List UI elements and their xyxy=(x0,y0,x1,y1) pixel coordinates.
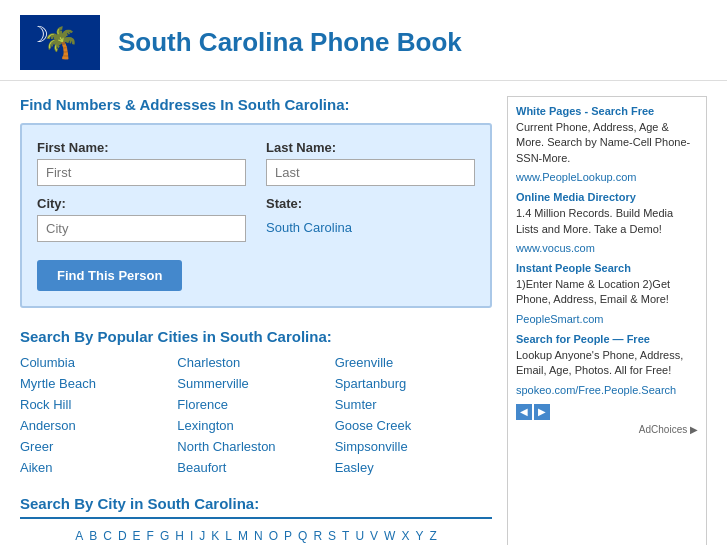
alpha-link-c[interactable]: C xyxy=(103,529,112,543)
cities-section: Search By Popular Cities in South Caroli… xyxy=(20,328,492,475)
ad-link[interactable]: www.PeopleLookup.com xyxy=(516,171,636,183)
alpha-link-h[interactable]: H xyxy=(175,529,184,543)
alpha-link-q[interactable]: Q xyxy=(298,529,307,543)
location-row: City: State: South Carolina xyxy=(37,196,475,242)
ad-text: Current Phone, Address, Age & More. Sear… xyxy=(516,120,698,166)
city-link[interactable]: Aiken xyxy=(20,460,177,475)
city-label: City: xyxy=(37,196,246,211)
state-value: South Carolina xyxy=(266,215,475,235)
city-link[interactable]: Greenville xyxy=(335,355,492,370)
alpha-link-d[interactable]: D xyxy=(118,529,127,543)
state-flag: ☽ 🌴 xyxy=(20,15,100,70)
city-input[interactable] xyxy=(37,215,246,242)
alpha-link-i[interactable]: I xyxy=(190,529,193,543)
alpha-link-p[interactable]: P xyxy=(284,529,292,543)
page-header: ☽ 🌴 South Carolina Phone Book xyxy=(0,0,727,81)
city-link[interactable]: Myrtle Beach xyxy=(20,376,177,391)
ad-item: White Pages - Search FreeCurrent Phone, … xyxy=(516,105,698,183)
ad-item: Instant People Search1)Enter Name & Loca… xyxy=(516,262,698,325)
city-group: City: xyxy=(37,196,246,242)
name-row: First Name: Last Name: xyxy=(37,140,475,186)
alpha-link-z[interactable]: Z xyxy=(429,529,436,543)
alpha-link-u[interactable]: U xyxy=(355,529,364,543)
ad-item: Search for People — FreeLookup Anyone's … xyxy=(516,333,698,396)
alpha-link-o[interactable]: O xyxy=(269,529,278,543)
alpha-link-m[interactable]: M xyxy=(238,529,248,543)
cities-grid: ColumbiaCharlestonGreenvilleMyrtle Beach… xyxy=(20,355,492,475)
ad-item: Online Media Directory1.4 Million Record… xyxy=(516,191,698,254)
alpha-link-b[interactable]: B xyxy=(89,529,97,543)
ad-nav: ◀▶ xyxy=(516,404,698,420)
search-section-title: Find Numbers & Addresses In South Caroli… xyxy=(20,96,492,113)
city-link[interactable]: Charleston xyxy=(177,355,334,370)
alpha-link-x[interactable]: X xyxy=(401,529,409,543)
ad-next-button[interactable]: ▶ xyxy=(534,404,550,420)
alpha-link-e[interactable]: E xyxy=(133,529,141,543)
find-person-button[interactable]: Find This Person xyxy=(37,260,182,291)
main-content: Find Numbers & Addresses In South Caroli… xyxy=(0,81,727,545)
city-link[interactable]: Florence xyxy=(177,397,334,412)
ad-text: 1)Enter Name & Location 2)Get Phone, Add… xyxy=(516,277,698,308)
state-group: State: South Carolina xyxy=(266,196,475,242)
city-link[interactable]: Columbia xyxy=(20,355,177,370)
ad-text: Lookup Anyone's Phone, Address, Email, A… xyxy=(516,348,698,379)
first-name-input[interactable] xyxy=(37,159,246,186)
city-link[interactable]: Spartanburg xyxy=(335,376,492,391)
first-name-group: First Name: xyxy=(37,140,246,186)
ad-choices-label: AdChoices ▶ xyxy=(516,424,698,435)
alphabet-section-title: Search By City in South Carolina: xyxy=(20,495,492,512)
ad-title: Online Media Directory xyxy=(516,191,698,203)
alpha-link-v[interactable]: V xyxy=(370,529,378,543)
city-link[interactable]: Summerville xyxy=(177,376,334,391)
alpha-link-k[interactable]: K xyxy=(211,529,219,543)
alpha-link-s[interactable]: S xyxy=(328,529,336,543)
alpha-link-w[interactable]: W xyxy=(384,529,395,543)
ad-link[interactable]: spokeo.com/Free.People.Search xyxy=(516,384,676,396)
alphabet-row: A B C D E F G H I J K L M N O P Q R S T … xyxy=(20,529,492,543)
last-name-group: Last Name: xyxy=(266,140,475,186)
alpha-link-y[interactable]: Y xyxy=(415,529,423,543)
search-box: First Name: Last Name: City: State: Sout… xyxy=(20,123,492,308)
alpha-link-r[interactable]: R xyxy=(313,529,322,543)
ad-title: White Pages - Search Free xyxy=(516,105,698,117)
alpha-link-g[interactable]: G xyxy=(160,529,169,543)
section-divider xyxy=(20,517,492,519)
city-link[interactable]: Greer xyxy=(20,439,177,454)
alpha-link-j[interactable]: J xyxy=(199,529,205,543)
ad-column: White Pages - Search FreeCurrent Phone, … xyxy=(507,96,707,545)
alpha-link-n[interactable]: N xyxy=(254,529,263,543)
city-link[interactable]: Easley xyxy=(335,460,492,475)
first-name-label: First Name: xyxy=(37,140,246,155)
ad-title: Instant People Search xyxy=(516,262,698,274)
alpha-link-l[interactable]: L xyxy=(225,529,232,543)
ad-link[interactable]: PeopleSmart.com xyxy=(516,313,603,325)
crescent-moon-icon: ☽ xyxy=(29,22,49,48)
ad-title: Search for People — Free xyxy=(516,333,698,345)
ad-text: 1.4 Million Records. Build Media Lists a… xyxy=(516,206,698,237)
state-label: State: xyxy=(266,196,475,211)
city-link[interactable]: Goose Creek xyxy=(335,418,492,433)
city-link[interactable]: Anderson xyxy=(20,418,177,433)
last-name-input[interactable] xyxy=(266,159,475,186)
alphabet-section: Search By City in South Carolina: A B C … xyxy=(20,495,492,543)
city-link[interactable]: Simpsonville xyxy=(335,439,492,454)
city-link[interactable]: North Charleston xyxy=(177,439,334,454)
left-column: Find Numbers & Addresses In South Caroli… xyxy=(20,96,492,545)
last-name-label: Last Name: xyxy=(266,140,475,155)
alpha-link-a[interactable]: A xyxy=(75,529,83,543)
ad-prev-button[interactable]: ◀ xyxy=(516,404,532,420)
alpha-link-f[interactable]: F xyxy=(147,529,154,543)
city-link[interactable]: Rock Hill xyxy=(20,397,177,412)
city-link[interactable]: Beaufort xyxy=(177,460,334,475)
alpha-link-t[interactable]: T xyxy=(342,529,349,543)
city-link[interactable]: Sumter xyxy=(335,397,492,412)
city-link[interactable]: Lexington xyxy=(177,418,334,433)
ad-link[interactable]: www.vocus.com xyxy=(516,242,595,254)
cities-section-title: Search By Popular Cities in South Caroli… xyxy=(20,328,492,345)
site-title: South Carolina Phone Book xyxy=(118,27,462,58)
